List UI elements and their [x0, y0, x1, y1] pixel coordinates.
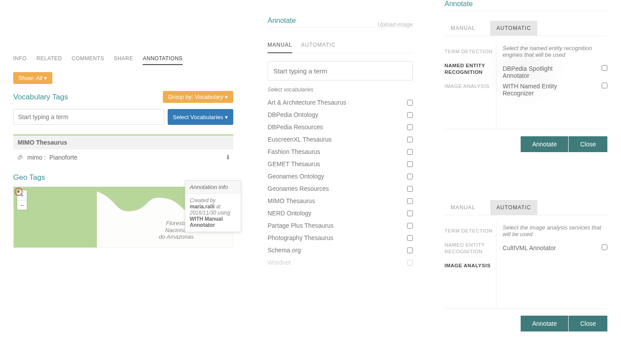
vocabulary-checkbox[interactable]: [407, 211, 413, 216]
tag-prefix: mimo :: [27, 154, 46, 161]
engine-label: DBPedia Spotlight Annotator: [503, 65, 573, 79]
engine-option[interactable]: DBPedia Spotlight Annotator: [503, 63, 607, 81]
vocabulary-label: Partage Plus Thesaurus: [268, 222, 334, 229]
vocabulary-option[interactable]: Art & Architecture Thesaurus: [268, 96, 413, 109]
map-pin-icon[interactable]: [14, 187, 23, 197]
popover-title: Annotation info: [185, 181, 241, 194]
vocabulary-group-header: MIMO Thesaurus: [13, 135, 233, 149]
tab-manual[interactable]: MANUAL: [445, 200, 481, 215]
engine-option[interactable]: WITH Named Entity Recognizer: [503, 81, 607, 98]
annotate-tabs: MANUAL AUTOMATIC: [445, 200, 607, 215]
vocabulary-option[interactable]: Partage Plus Thesaurus: [268, 219, 413, 232]
vocabulary-label: DBPedia Resources: [268, 124, 323, 131]
vocabulary-checkbox[interactable]: [407, 223, 413, 229]
engine-label: CultIVML Annotator: [503, 244, 556, 251]
vocabulary-option[interactable]: DBPedia Resources: [268, 121, 413, 133]
vocabulary-label: NERD Ontology: [268, 210, 312, 217]
term-input[interactable]: [13, 109, 164, 125]
vocabulary-option[interactable]: DBPedia Ontology: [268, 109, 413, 121]
vocabulary-option[interactable]: MIMO Thesaurus: [268, 195, 413, 207]
vocabulary-checkbox[interactable]: [407, 198, 413, 204]
vocabulary-label: GEMET Thesaurus: [268, 160, 320, 167]
vocabulary-label: MIMO Thesaurus: [268, 197, 315, 204]
vocabulary-checkbox[interactable]: [407, 161, 413, 167]
engine-checkbox[interactable]: [602, 65, 607, 71]
annotate-heading: Annotate: [445, 0, 607, 11]
info-icon[interactable]: i: [227, 154, 229, 161]
vocabulary-checkbox[interactable]: [407, 100, 413, 106]
tab-comments[interactable]: COMMENTS: [72, 53, 104, 65]
tab-manual[interactable]: MANUAL: [445, 21, 481, 36]
nav-named-entity-recognition[interactable]: NAMED ENTITY RECOGNITION: [445, 59, 493, 80]
tab-automatic[interactable]: AUTOMATIC: [301, 37, 336, 53]
show-filter-button[interactable]: Show: All ▾: [13, 72, 52, 84]
nav-term-detection[interactable]: TERM DETECTION: [445, 45, 493, 59]
vocabulary-checkbox[interactable]: [407, 174, 413, 179]
nav-image-analysis[interactable]: IMAGE ANALYSIS: [445, 80, 493, 94]
tag-value: Pianoforte: [49, 154, 77, 161]
vocabulary-checkbox[interactable]: [407, 112, 413, 118]
show-value: All: [36, 75, 42, 81]
vocabulary-label: Geonames Resources: [268, 185, 329, 192]
zoom-out-button[interactable]: −: [17, 200, 27, 210]
annotate-automatic-ner-panel: Annotate MANUAL AUTOMATIC TERM DETECTION…: [445, 0, 607, 152]
vocabulary-option[interactable]: EuscreenXL Thesaurus: [268, 133, 413, 146]
vocabulary-checkbox[interactable]: [407, 124, 413, 130]
nav-term-detection[interactable]: TERM DETECTION: [445, 224, 493, 238]
nav-named-entity-recognition[interactable]: NAMED ENTITY RECOGNITION: [445, 238, 493, 259]
engine-checkbox[interactable]: [602, 244, 607, 250]
chevron-down-icon: ▾: [225, 114, 228, 120]
tag-item[interactable]: mimo : Pianoforte i: [13, 149, 233, 165]
popover-user: maria.ralli: [190, 204, 215, 210]
vocabulary-option[interactable]: Schema.org: [268, 244, 413, 256]
tab-automatic[interactable]: AUTOMATIC: [490, 200, 537, 215]
term-input[interactable]: [268, 61, 413, 80]
engine-label: WITH Named Entity Recognizer: [503, 83, 573, 97]
vocabulary-checkbox[interactable]: [407, 137, 413, 142]
popover-created-by-label: Created by: [190, 197, 216, 204]
tab-info[interactable]: INFO: [13, 53, 27, 65]
engine-option[interactable]: CultIVML Annotator: [503, 243, 607, 253]
group-by-button[interactable]: Group by: Vocabulary ▾: [163, 91, 233, 103]
vocabulary-label: Fashion Thesaurus: [268, 148, 320, 155]
show-label: Show:: [18, 75, 34, 81]
popover-at: at: [216, 204, 220, 210]
chevron-down-icon: ▾: [225, 94, 228, 100]
vocabulary-checkbox[interactable]: [407, 248, 413, 253]
svg-point-2: [17, 190, 20, 193]
vocabulary-option[interactable]: GEMET Thesaurus: [268, 158, 413, 170]
vocabulary-option[interactable]: Fashion Thesaurus: [268, 146, 413, 158]
tab-related[interactable]: RELATED: [37, 53, 62, 65]
vocabulary-option[interactable]: Geonames Resources: [268, 182, 413, 195]
vocabulary-checkbox[interactable]: [407, 149, 413, 155]
vocabulary-option[interactable]: NERD Ontology: [268, 207, 413, 219]
close-button[interactable]: Close: [569, 316, 607, 331]
nav-image-analysis[interactable]: IMAGE ANALYSIS: [445, 259, 493, 273]
engine-checkbox[interactable]: [602, 83, 607, 88]
vocabulary-checkbox[interactable]: [407, 260, 413, 266]
annotate-button[interactable]: Annotate: [521, 316, 568, 331]
upload-image-ghost: Upload image: [378, 21, 413, 28]
tab-share[interactable]: SHARE: [114, 53, 133, 65]
vocabulary-option[interactable]: Wordnet: [268, 256, 413, 269]
tab-manual[interactable]: MANUAL: [268, 37, 292, 53]
group-by-label: Group by:: [168, 94, 193, 100]
vocabulary-label: Photography Thesaurus: [268, 234, 333, 241]
paperclip-icon: [18, 154, 24, 160]
chevron-down-icon: ▾: [44, 75, 47, 81]
popover-date: 2016/11/30: [190, 210, 216, 216]
vocabulary-checkbox[interactable]: [407, 235, 413, 241]
annotate-button[interactable]: Annotate: [521, 136, 568, 152]
tab-automatic[interactable]: AUTOMATIC: [490, 21, 537, 36]
popover-tool: WITH Manual Annotator: [190, 216, 223, 228]
vocabulary-option[interactable]: Geonames Ontology: [268, 170, 413, 182]
vocabulary-label: Schema.org: [268, 247, 301, 254]
vocabulary-list: Art & Architecture ThesaurusDBPedia Onto…: [268, 96, 413, 269]
main-tabs: INFO RELATED COMMENTS SHARE ANNOTATIONS: [13, 53, 233, 65]
tab-annotations[interactable]: ANNOTATIONS: [143, 53, 182, 65]
close-button[interactable]: Close: [569, 136, 607, 152]
select-vocabularies-button[interactable]: Select Vocabularies ▾: [168, 109, 233, 125]
vocabulary-checkbox[interactable]: [407, 186, 413, 192]
vocabulary-label: Wordnet: [268, 259, 291, 266]
vocabulary-option[interactable]: Photography Thesaurus: [268, 232, 413, 244]
